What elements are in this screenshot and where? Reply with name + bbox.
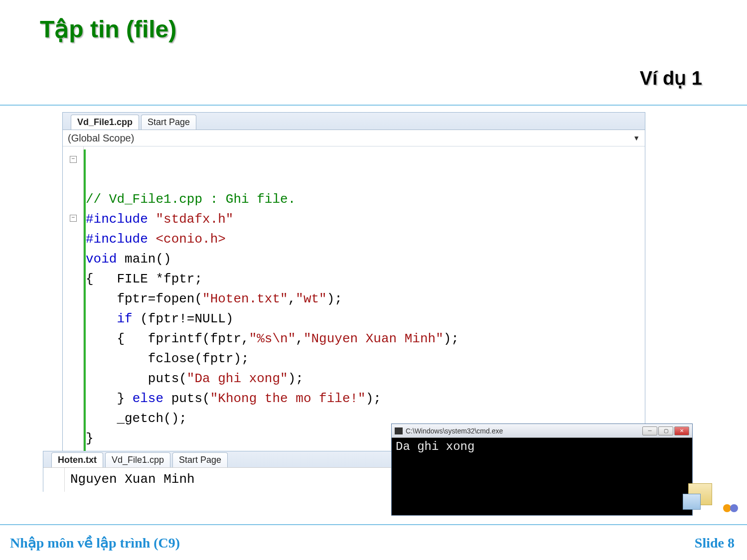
editor2-tab-row: Hoten.txt Vd_File1.cpp Start Page [43, 451, 392, 467]
footer-course: Nhập môn về lập trình (C9) [10, 535, 180, 551]
maximize-button[interactable]: ▢ [658, 426, 673, 435]
chevron-down-icon: ▼ [633, 134, 640, 142]
tab-start-page[interactable]: Start Page [141, 115, 196, 130]
scope-dropdown[interactable]: (Global Scope) ▼ [63, 130, 645, 146]
slide-subtitle: Ví dụ 1 [640, 67, 702, 89]
console-output: Da ghi xong [392, 438, 692, 455]
editor-tab-row: Vd_File1.cpp Start Page [63, 113, 645, 130]
console-titlebar[interactable]: C:\Windows\system32\cmd.exe ─ ▢ ✕ [392, 424, 692, 438]
tab-start-page-2[interactable]: Start Page [172, 452, 228, 467]
tab-vd-file1[interactable]: Vd_File1.cpp [71, 115, 139, 130]
infinity-logo-icon [723, 502, 738, 514]
footer-slide-number: Slide 8 [695, 535, 735, 551]
console-window: C:\Windows\system32\cmd.exe ─ ▢ ✕ Da ghi… [391, 423, 693, 516]
tab-vd-file1-2[interactable]: Vd_File1.cpp [105, 452, 170, 467]
file-content[interactable]: Nguyen Xuan Minh [43, 467, 392, 492]
code-editor-output-file: Hoten.txt Vd_File1.cpp Start Page Nguyen… [43, 451, 392, 492]
cmd-icon [395, 427, 403, 434]
new-item-icon [688, 483, 712, 505]
slide-title: Tập tin (file) [40, 15, 176, 43]
fold-toggle-icon[interactable]: − [70, 215, 77, 222]
divider-top [0, 105, 747, 106]
divider-bottom [0, 524, 747, 525]
code-editor-main: Vd_File1.cpp Start Page (Global Scope) ▼… [62, 112, 645, 472]
tab-hoten-txt[interactable]: Hoten.txt [51, 452, 103, 467]
close-button[interactable]: ✕ [674, 426, 689, 435]
change-marker [84, 149, 86, 468]
code-gutter: − − [63, 146, 84, 472]
console-title-text: C:\Windows\system32\cmd.exe [406, 427, 503, 435]
fold-toggle-icon[interactable]: − [70, 156, 77, 163]
scope-label: (Global Scope) [68, 133, 134, 144]
minimize-button[interactable]: ─ [642, 426, 657, 435]
